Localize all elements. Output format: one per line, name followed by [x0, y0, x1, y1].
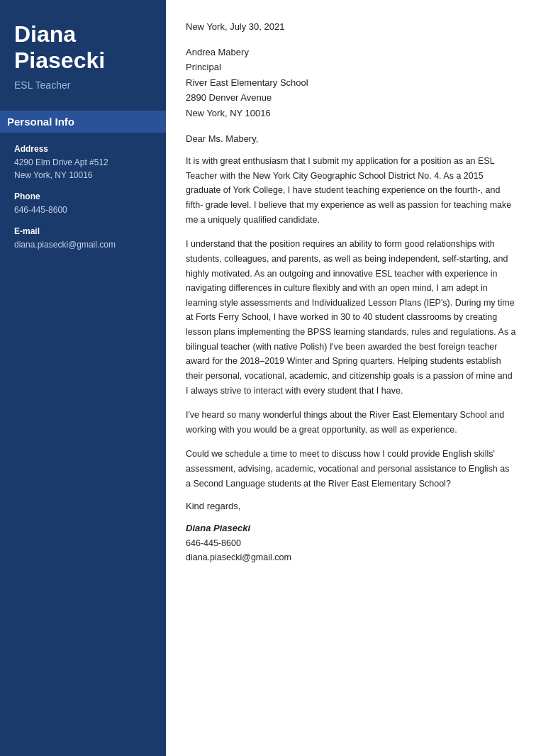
recipient-title: Principal [186, 60, 516, 74]
page: Diana Piasecki ESL Teacher Personal Info… [0, 0, 536, 756]
recipient-name: Andrea Mabery [186, 45, 516, 60]
paragraph-4: Could we schedule a time to meet to disc… [186, 447, 516, 491]
email-label: E-mail [14, 226, 152, 236]
signature-name: Diana Piasecki [186, 523, 516, 533]
applicant-name: Diana Piasecki [14, 21, 152, 74]
phone-label: Phone [14, 191, 152, 201]
salutation: Dear Ms. Mabery, [186, 133, 516, 144]
personal-info-header: Personal Info [0, 111, 166, 133]
address-value: 4290 Elm Drive Apt #512 New York, NY 100… [14, 156, 152, 182]
signature-email: diana.piasecki@gmail.com [186, 550, 516, 565]
date: New York, July 30, 2021 [186, 21, 516, 32]
recipient-block: Andrea Mabery Principal River East Eleme… [186, 45, 516, 121]
paragraph-1: It is with great enthusiasm that I submi… [186, 154, 516, 227]
job-title: ESL Teacher [14, 79, 152, 91]
paragraph-3: I've heard so many wonderful things abou… [186, 408, 516, 437]
address-label: Address [14, 144, 152, 154]
closing: Kind regards, [186, 501, 516, 511]
email-value: diana.piasecki@gmail.com [14, 238, 152, 251]
recipient-address: 2890 Denver Avenue [186, 90, 516, 105]
paragraph-2: I understand that the position requires … [186, 237, 516, 398]
phone-value: 646-445-8600 [14, 204, 152, 216]
recipient-school: River East Elementary School [186, 75, 516, 90]
main-content: New York, July 30, 2021 Andrea Mabery Pr… [166, 0, 536, 756]
sidebar: Diana Piasecki ESL Teacher Personal Info… [0, 0, 166, 756]
recipient-city: New York, NY 10016 [186, 106, 516, 121]
signature-phone: 646-445-8600 [186, 536, 516, 550]
